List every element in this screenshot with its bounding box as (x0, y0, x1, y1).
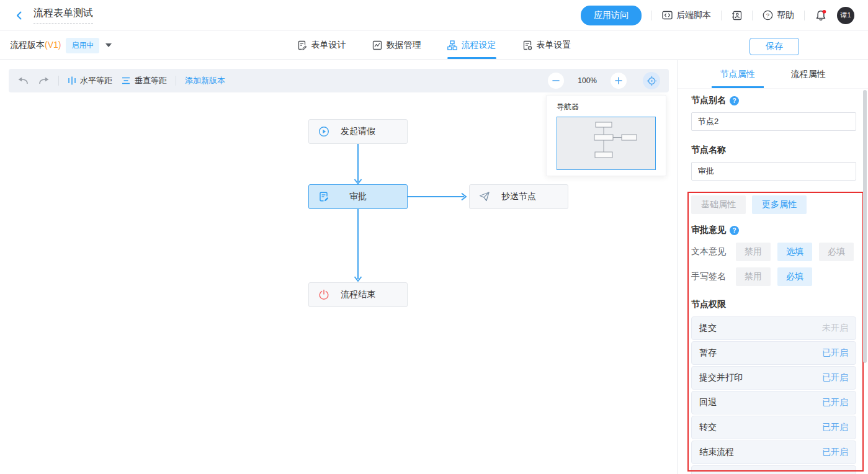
node-start[interactable]: 发起请假 (308, 119, 408, 144)
text-opinion-row: 文本意见 禁用 选填 必填 (691, 243, 861, 261)
permission-row-partial[interactable] (691, 465, 856, 474)
permission-row-draft[interactable]: 暂存 已开启 (691, 341, 856, 365)
basic-attributes-button[interactable]: 基础属性 (691, 195, 746, 214)
opinion-help-icon[interactable]: ? (730, 226, 739, 235)
divider (58, 76, 59, 86)
tab-label: 数据管理 (387, 40, 421, 51)
tab-flow-properties[interactable]: 流程属性 (791, 60, 826, 88)
back-button[interactable] (14, 10, 25, 21)
tab-flow-settings[interactable]: 流程设定 (447, 32, 496, 59)
node-label: 审批 (349, 191, 367, 202)
help-label: 帮助 (777, 10, 794, 21)
svg-text:?: ? (766, 12, 769, 19)
node-label: 抄送节点 (501, 191, 536, 202)
text-opinion-label: 文本意见 (691, 246, 728, 257)
edit-icon (318, 191, 329, 202)
tab-label: 表单设计 (311, 40, 346, 51)
tab-node-properties[interactable]: 节点属性 (720, 60, 755, 88)
navigator-thumbnail[interactable] (557, 117, 656, 170)
signature-required-button[interactable]: 必填 (777, 267, 812, 286)
node-cc[interactable]: 抄送节点 (469, 184, 568, 209)
undo-icon (17, 76, 29, 86)
backend-script-button[interactable]: 后端脚本 (662, 10, 711, 21)
help-button[interactable]: ? 帮助 (763, 10, 794, 21)
permission-row-rollback[interactable]: 回退 已开启 (691, 391, 856, 414)
approval-opinion-label: 审批意见 ? (691, 225, 739, 236)
text-opinion-optional-button[interactable]: 选填 (777, 243, 812, 261)
permission-list: 提交 未开启 暂存 已开启 提交并打印 已开启 回退 已开启 转交 已开启 (691, 316, 856, 474)
minus-icon (552, 77, 560, 84)
tab-data-management[interactable]: 数据管理 (372, 32, 421, 59)
signature-disable-button[interactable]: 禁用 (736, 267, 771, 286)
app-header: 流程表单测试 应用访问 后端脚本 (0, 0, 868, 31)
data-chart-icon (372, 40, 382, 50)
text-opinion-disable-button[interactable]: 禁用 (736, 243, 771, 261)
signature-label: 手写签名 (691, 271, 728, 282)
text-opinion-required-button[interactable]: 必填 (819, 243, 854, 261)
vertical-spacing-button[interactable]: 垂直等距 (121, 75, 167, 86)
code-icon (662, 11, 673, 20)
notifications-button[interactable] (815, 9, 827, 22)
vertical-spacing-label: 垂直等距 (135, 75, 167, 86)
signature-row: 手写签名 禁用 必填 (691, 267, 819, 286)
status-badge: 启用中 (66, 38, 99, 53)
attribute-tabs: 基础属性 更多属性 (691, 195, 807, 214)
help-icon: ? (763, 10, 773, 20)
node-permission-label: 节点权限 (691, 299, 726, 310)
panel-scrollbar[interactable] (863, 90, 867, 363)
version-label: 流程版本(V1) (10, 40, 61, 51)
panel-tabs: 节点属性 流程属性 (678, 60, 868, 89)
permission-row-submit-print[interactable]: 提交并打印 已开启 (691, 366, 856, 390)
node-approval[interactable]: 审批 (308, 184, 408, 209)
minimap-diagram (557, 117, 655, 169)
permission-row-end-flow[interactable]: 结束流程 已开启 (691, 440, 856, 464)
fit-view-button[interactable] (643, 72, 660, 89)
permission-row-transfer[interactable]: 转交 已开启 (691, 416, 856, 439)
canvas-toolbar: 水平等距 垂直等距 添加新版本 (9, 69, 669, 92)
contacts-button[interactable] (732, 11, 742, 20)
notification-dot (823, 9, 826, 13)
zoom-in-button[interactable] (611, 73, 627, 89)
horizontal-spacing-button[interactable]: 水平等距 (68, 75, 112, 86)
status-badge: 已开启 (822, 422, 848, 433)
locate-icon (647, 76, 657, 86)
horizontal-spacing-icon (68, 76, 76, 86)
tab-form-settings[interactable]: 表单设置 (522, 32, 571, 59)
undo-button[interactable] (17, 76, 29, 86)
permission-row-submit[interactable]: 提交 未开启 (691, 316, 856, 340)
form-design-icon (297, 40, 307, 50)
node-label: 发起请假 (341, 126, 375, 137)
power-icon (318, 289, 329, 300)
app-access-button[interactable]: 应用访问 (581, 6, 642, 25)
send-icon (479, 192, 490, 202)
node-end[interactable]: 流程结束 (308, 282, 408, 307)
plus-icon (615, 77, 622, 84)
status-badge: 已开启 (822, 372, 848, 383)
main-area: 水平等距 垂直等距 添加新版本 (0, 60, 868, 474)
roster-icon (732, 11, 742, 20)
navigator-title: 导航器 (547, 96, 666, 117)
node-label: 流程结束 (341, 289, 375, 300)
alias-help-icon[interactable]: ? (730, 96, 739, 105)
redo-button[interactable] (38, 76, 50, 86)
horizontal-spacing-label: 水平等距 (80, 75, 112, 86)
node-alias-label: 节点别名 ? (691, 95, 739, 106)
add-version-link[interactable]: 添加新版本 (185, 75, 225, 86)
vertical-spacing-icon (121, 76, 131, 85)
more-attributes-button[interactable]: 更多属性 (752, 195, 807, 214)
node-alias-input[interactable] (691, 112, 856, 131)
version-tag: (V1) (45, 40, 61, 50)
avatar[interactable]: 谭1 (837, 7, 854, 24)
divider (176, 76, 176, 86)
flow-canvas[interactable]: 水平等距 垂直等距 添加新版本 (0, 60, 677, 474)
zoom-out-button[interactable] (548, 73, 564, 89)
flow-icon (447, 40, 457, 50)
workflow-designer-page: 流程表单测试 应用访问 后端脚本 (0, 0, 868, 474)
properties-panel: 节点属性 流程属性 节点别名 ? 节点名称 基础属性 更多属性 审批意见 ? (677, 60, 868, 474)
tab-label: 流程设定 (462, 40, 496, 51)
tab-form-design[interactable]: 表单设计 (297, 32, 346, 59)
node-name-input[interactable] (691, 162, 856, 181)
chevron-down-icon[interactable] (105, 43, 112, 47)
node-name-label: 节点名称 (691, 145, 726, 156)
save-button[interactable]: 保存 (749, 38, 799, 55)
